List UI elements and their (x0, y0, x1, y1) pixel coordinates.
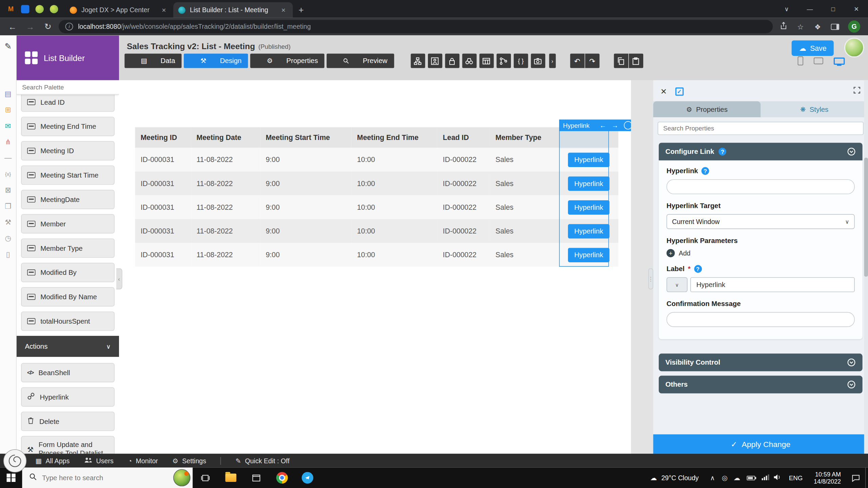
page-icon[interactable]: ❐ (5, 202, 11, 211)
help-icon[interactable]: ? (719, 148, 727, 156)
taskbar-search[interactable] (22, 468, 193, 488)
palette-action-form-update[interactable]: ⚒Form Update and Process Tool Datalist (21, 436, 115, 454)
console-all-apps[interactable]: ▦All Apps (35, 457, 70, 465)
phone-preview-icon[interactable] (798, 57, 803, 65)
tab-close-icon[interactable]: ✕ (279, 7, 288, 13)
datalist-builder-icon[interactable]: ⊞ (5, 106, 11, 115)
pinned-tab-blue-icon[interactable] (21, 5, 29, 13)
pinned-tab-joget-icon[interactable] (35, 5, 43, 13)
compose-icon[interactable]: ✎ (4, 42, 12, 51)
form-builder-icon[interactable]: ▤ (5, 89, 12, 98)
camera-icon[interactable] (531, 54, 545, 68)
undo-icon[interactable]: ↶ (570, 54, 584, 68)
help-icon[interactable]: ? (702, 167, 709, 175)
new-tab-button[interactable]: + (293, 2, 310, 18)
actions-section-header[interactable]: Actions ∨ (17, 336, 119, 357)
column-header-meeting-start-time[interactable]: Meeting Start Time (260, 127, 351, 148)
lock-icon[interactable] (445, 54, 459, 68)
table-icon[interactable] (479, 54, 494, 68)
console-monitor[interactable]: ◔Monitor (128, 457, 158, 465)
tab-close-icon[interactable]: ✕ (159, 7, 168, 13)
pinned-tab-m-icon[interactable]: M (7, 5, 15, 13)
scrollbar-thumb[interactable] (864, 158, 868, 277)
help-icon[interactable]: ? (694, 265, 702, 273)
toolbar-expand-icon[interactable]: › (549, 54, 556, 68)
bookmark-star-icon[interactable]: ☆ (794, 22, 807, 30)
taskbar-clock[interactable]: 10:59 AM 14/8/2022 (808, 471, 847, 485)
label-type-select[interactable]: ∨ (667, 277, 688, 292)
expand-section-icon[interactable] (847, 358, 856, 367)
language-indicator[interactable]: ENG (783, 474, 808, 481)
reload-icon[interactable]: ↻ (41, 22, 55, 32)
action-center-icon[interactable] (846, 468, 865, 488)
plugin-icon[interactable]: ⚒ (5, 218, 11, 227)
browser-tab-app-center[interactable]: Joget DX > App Center ✕ (65, 2, 173, 18)
panel-resize-handle[interactable]: ⋮ (648, 268, 653, 289)
palette-item-meeting-start-time[interactable]: Meeting Start Time (21, 165, 115, 185)
hyperlink-target-select[interactable]: Current Window ∨ (667, 214, 855, 229)
hyperlink-input[interactable] (667, 179, 855, 194)
window-maximize-button[interactable]: □ (822, 0, 845, 18)
panel-scrollbar[interactable] (864, 80, 868, 454)
tab-search-icon[interactable]: ∨ (775, 0, 798, 18)
palette-item-member-type[interactable]: Member Type (21, 239, 115, 258)
hyperlink-action-button[interactable]: Hyperlink (568, 152, 609, 167)
column-header-meeting-id[interactable]: Meeting ID (135, 127, 191, 148)
palette-item-modified-by[interactable]: Modified By (21, 263, 115, 282)
section-visibility-control[interactable]: Visibility Control (659, 353, 863, 371)
palette-item-meetingdate[interactable]: MeetingDate (21, 190, 115, 209)
site-info-icon[interactable]: i (65, 23, 73, 30)
console-users[interactable]: Users (84, 457, 114, 465)
properties-search-input[interactable] (663, 125, 858, 132)
move-right-icon[interactable]: → (612, 121, 618, 129)
palette-action-hyperlink[interactable]: Hyperlink (21, 387, 115, 407)
hierarchy-icon[interactable] (411, 54, 425, 68)
history-icon[interactable]: ◷ (5, 234, 11, 243)
redo-icon[interactable]: ↷ (585, 54, 599, 68)
column-header-member-type[interactable]: Member Type (490, 127, 559, 148)
label-input[interactable] (690, 277, 855, 292)
add-parameter-button[interactable]: + Add (667, 249, 855, 257)
branch-icon[interactable] (496, 54, 511, 68)
tab-data[interactable]: ▤Data (124, 54, 182, 68)
battery-icon[interactable] (747, 475, 755, 480)
joget-logo[interactable] (3, 449, 27, 473)
column-header-meeting-end-time[interactable]: Meeting End Time (352, 127, 437, 148)
close-panel-icon[interactable]: ✕ (660, 87, 667, 96)
user-box-icon[interactable] (428, 54, 442, 68)
copy-icon[interactable] (614, 54, 628, 68)
hyperlink-action-button[interactable]: Hyperlink (568, 176, 609, 190)
console-settings[interactable]: ⚙Settings (172, 457, 206, 465)
network-icon[interactable] (759, 474, 771, 482)
save-button[interactable]: ☁ Save (792, 40, 833, 56)
onedrive-icon[interactable]: ☁ (731, 474, 743, 482)
sidebar-collapse-handle[interactable]: ‹ (116, 268, 122, 289)
window-minimize-button[interactable]: — (798, 0, 822, 18)
section-configure-link[interactable]: Configure Link ? (659, 143, 863, 160)
user-avatar[interactable] (844, 38, 864, 58)
tab-preview[interactable]: Preview (327, 54, 394, 68)
tab-design[interactable]: ⚒Design (184, 54, 248, 68)
forward-icon[interactable]: → (23, 22, 37, 31)
device-icon[interactable]: ▯ (6, 250, 10, 259)
desktop-preview-icon[interactable] (834, 57, 845, 64)
task-view-button[interactable] (193, 468, 218, 488)
show-desktop-button[interactable] (865, 468, 868, 488)
confirmation-message-input[interactable] (667, 312, 855, 327)
pinned-tab-joget2-icon[interactable] (50, 5, 58, 13)
process-builder-icon[interactable]: ⋔ (5, 138, 11, 147)
app-window-button[interactable] (243, 468, 269, 488)
column-header-meeting-date[interactable]: Meeting Date (191, 127, 260, 148)
collapse-section-icon[interactable] (847, 147, 856, 156)
url-field[interactable]: i localhost:8080/jw/web/console/app/sale… (59, 20, 773, 33)
palette-item-lead-id[interactable]: Lead ID (21, 95, 115, 112)
expand-section-icon[interactable] (847, 380, 856, 389)
paste-icon[interactable] (629, 54, 643, 68)
share-icon[interactable] (777, 22, 790, 32)
back-icon[interactable]: ← (5, 22, 19, 31)
tablet-preview-icon[interactable] (814, 58, 823, 64)
move-left-icon[interactable]: ← (599, 121, 606, 129)
palette-action-delete[interactable]: Delete (21, 412, 115, 431)
chrome-button[interactable] (269, 468, 294, 488)
palette-item-totalhoursspent[interactable]: totalHoursSpent (21, 311, 115, 331)
